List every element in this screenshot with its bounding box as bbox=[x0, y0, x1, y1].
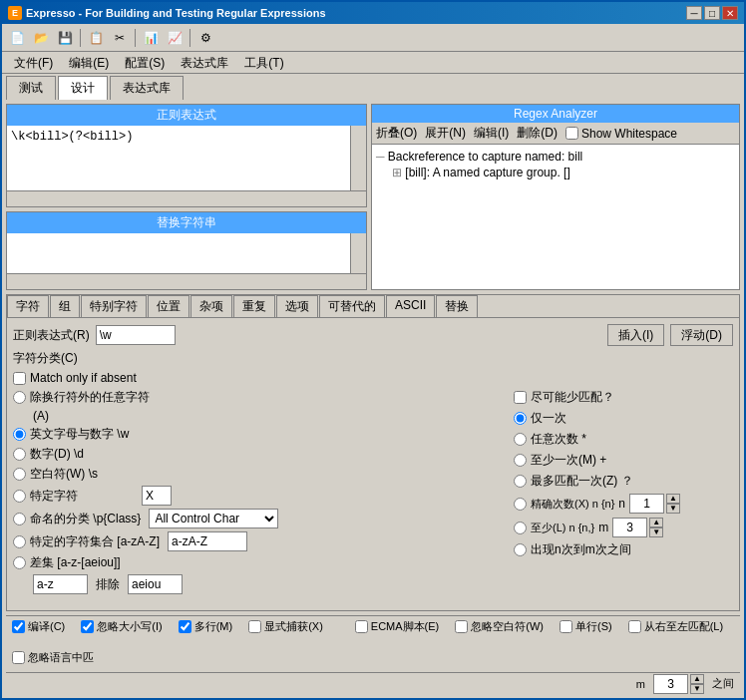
analyzer-delete-btn[interactable]: 删除(D) bbox=[517, 125, 558, 142]
close-button[interactable]: ✕ bbox=[722, 6, 738, 20]
status-value-input[interactable] bbox=[653, 674, 688, 694]
ignore-whitespace-checkbox[interactable] bbox=[455, 620, 468, 633]
char-tab-position[interactable]: 位置 bbox=[148, 295, 189, 317]
radio-diff[interactable] bbox=[13, 556, 26, 569]
rtl-checkbox[interactable] bbox=[628, 620, 641, 633]
copy-button[interactable]: 📋 bbox=[85, 27, 107, 49]
ignorecase-checkbox[interactable] bbox=[81, 620, 94, 633]
radio-whitespace[interactable]: 空白符(W) \s bbox=[13, 466, 498, 483]
lazy-checkbox[interactable] bbox=[514, 391, 527, 404]
cb-singleline[interactable]: 单行(S) bbox=[560, 619, 612, 634]
replace-vscrollbar[interactable] bbox=[350, 233, 366, 273]
analyze-button[interactable]: 📈 bbox=[164, 27, 186, 49]
save-button[interactable]: 💾 bbox=[54, 27, 76, 49]
menu-library[interactable]: 表达式库 bbox=[173, 54, 236, 71]
regex-hscrollbar[interactable] bbox=[7, 190, 366, 206]
exact-spin-down[interactable]: ▼ bbox=[666, 504, 680, 514]
match-absent-check[interactable] bbox=[13, 372, 26, 385]
radio-at-least-once[interactable]: 至少一次(M) + bbox=[514, 452, 733, 469]
radio-word-char[interactable]: 英文字母与数字 \w bbox=[13, 426, 498, 443]
explicit-capture-checkbox[interactable] bbox=[248, 620, 261, 633]
char-tab-special[interactable]: 特别字符 bbox=[81, 295, 147, 317]
char-regex-input[interactable] bbox=[96, 325, 176, 345]
maximize-button[interactable]: □ bbox=[704, 6, 720, 20]
analyzer-expand-btn[interactable]: 展开(N) bbox=[425, 125, 466, 142]
cb-rtl[interactable]: 从右至左匹配(L) bbox=[628, 619, 723, 634]
settings-button[interactable]: ⚙ bbox=[194, 27, 216, 49]
atleast-spin-down[interactable]: ▼ bbox=[649, 527, 663, 537]
radio-specific-char[interactable] bbox=[13, 490, 26, 503]
radio-at-most-once[interactable]: 最多匹配一次(Z) ？ bbox=[514, 473, 733, 490]
replace-hscrollbar[interactable] bbox=[7, 273, 366, 289]
cb-explicit-capture[interactable]: 显式捕获(X) bbox=[248, 619, 323, 634]
culture-checkbox[interactable] bbox=[12, 651, 25, 664]
open-button[interactable]: 📂 bbox=[30, 27, 52, 49]
radio-between[interactable]: 出现n次到m次之间 bbox=[514, 541, 733, 558]
analyzer-edit-btn[interactable]: 编辑(I) bbox=[474, 125, 509, 142]
menu-config[interactable]: 配置(S) bbox=[117, 54, 173, 71]
radio-set[interactable] bbox=[13, 535, 26, 548]
cb-culture[interactable]: 忽略语言中匹 bbox=[12, 650, 94, 665]
radio-atleast[interactable] bbox=[514, 522, 527, 534]
cb-ignorecase[interactable]: 忽略大小写(I) bbox=[81, 619, 162, 634]
replace-textarea[interactable] bbox=[7, 233, 350, 273]
char-tab-repeat[interactable]: 重复 bbox=[233, 295, 275, 317]
cb-multiline[interactable]: 多行(M) bbox=[179, 619, 233, 634]
multiline-checkbox[interactable] bbox=[179, 620, 191, 633]
new-button[interactable]: 📄 bbox=[6, 27, 28, 49]
char-tab-char[interactable]: 字符 bbox=[7, 295, 49, 317]
char-tab-group[interactable]: 组 bbox=[50, 295, 80, 317]
exact-spin-up[interactable]: ▲ bbox=[666, 494, 680, 504]
menu-tools[interactable]: 工具(T) bbox=[236, 54, 291, 71]
radio-any-char-sub: (A) bbox=[13, 409, 498, 423]
regex-vscrollbar[interactable] bbox=[350, 126, 366, 190]
menu-file[interactable]: 文件(F) bbox=[6, 54, 61, 71]
cb-compile[interactable]: 编译(C) bbox=[12, 619, 65, 634]
atleast-m-input[interactable] bbox=[612, 518, 647, 537]
compile-checkbox[interactable] bbox=[12, 620, 25, 633]
analyzer-collapse-btn[interactable]: 折叠(O) bbox=[376, 125, 417, 142]
cb-ignore-whitespace[interactable]: 忽略空白符(W) bbox=[455, 619, 544, 634]
exact-n-input[interactable] bbox=[629, 494, 664, 514]
menu-bar: 文件(F) 编辑(E) 配置(S) 表达式库 工具(T) bbox=[2, 52, 744, 74]
char-tab-ascii[interactable]: ASCII bbox=[386, 295, 435, 317]
show-whitespace-checkbox[interactable] bbox=[565, 127, 578, 140]
tab-test[interactable]: 测试 bbox=[6, 76, 56, 100]
tab-library[interactable]: 表达式库 bbox=[110, 76, 184, 100]
menu-edit[interactable]: 编辑(E) bbox=[61, 54, 117, 71]
chart-button[interactable]: 📊 bbox=[140, 27, 162, 49]
singleline-checkbox[interactable] bbox=[560, 620, 572, 633]
match-absent-checkbox[interactable]: Match only if absent bbox=[13, 371, 733, 385]
char-tab-misc[interactable]: 杂项 bbox=[190, 295, 232, 317]
minimize-button[interactable]: ─ bbox=[686, 6, 702, 20]
tab-design[interactable]: 设计 bbox=[58, 76, 108, 100]
regex-textarea[interactable]: \k<bill>(?<bill>) bbox=[7, 126, 350, 190]
cb-ecma[interactable]: ECMA脚本(E) bbox=[355, 619, 439, 634]
char-tab-replace[interactable]: 替换 bbox=[436, 295, 478, 317]
char-tab-alt[interactable]: 可替代的 bbox=[319, 295, 385, 317]
radio-any-char[interactable]: 除换行符外的任意字符 bbox=[13, 389, 498, 406]
float-button[interactable]: 浮动(D) bbox=[670, 324, 733, 346]
ecma-checkbox[interactable] bbox=[355, 620, 368, 633]
diff-input2[interactable] bbox=[128, 574, 183, 594]
title-bar-controls[interactable]: ─ □ ✕ bbox=[686, 6, 738, 20]
radio-digit[interactable]: 数字(D) \d bbox=[13, 446, 498, 463]
set-input[interactable] bbox=[168, 531, 247, 551]
cut-button[interactable]: ✂ bbox=[109, 27, 131, 49]
radio-named-class[interactable] bbox=[13, 513, 26, 525]
lazy-match-check[interactable]: 尽可能少匹配？ bbox=[514, 389, 733, 406]
char-tab-options[interactable]: 选项 bbox=[276, 295, 318, 317]
status-between-text: 之间 bbox=[712, 676, 734, 691]
named-class-select[interactable]: All Control Char bbox=[149, 509, 278, 528]
insert-button[interactable]: 插入(I) bbox=[607, 324, 664, 346]
radio-exact[interactable] bbox=[514, 498, 527, 511]
show-whitespace-check[interactable]: Show Whitespace bbox=[565, 127, 677, 141]
specific-char-input[interactable] bbox=[142, 486, 172, 506]
diff-input1[interactable] bbox=[33, 574, 88, 594]
replace-panel: 替换字符串 bbox=[6, 211, 367, 290]
radio-once[interactable]: 仅一次 bbox=[514, 410, 733, 427]
status-spin-up[interactable]: ▲ bbox=[690, 674, 704, 684]
atleast-spin-up[interactable]: ▲ bbox=[649, 518, 663, 527]
radio-any-times[interactable]: 任意次数 * bbox=[514, 431, 733, 448]
status-spin-down[interactable]: ▼ bbox=[690, 684, 704, 694]
